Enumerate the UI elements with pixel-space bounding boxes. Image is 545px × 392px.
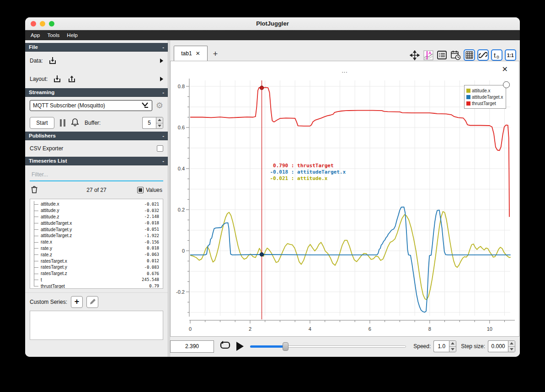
menu-app[interactable]: App [27,32,43,38]
timeseries-row[interactable]: attitude.y-0.032 [33,207,163,214]
series-line-attitudeTarget.x[interactable] [190,207,511,312]
timeseries-row[interactable]: rate.y0.018 [33,245,163,252]
timeseries-value: -0.156 [144,240,159,244]
legend-entry[interactable]: attitude.x [466,87,504,94]
csv-exporter-checkbox[interactable] [157,145,163,152]
tree-branch-icon [33,258,41,264]
play-button[interactable] [236,342,244,351]
svg-text:10: 10 [487,326,492,332]
tree-branch-icon [33,233,41,239]
timeseries-value: -0.063 [144,252,159,257]
timeline-slider[interactable] [250,342,406,351]
loop-icon[interactable] [219,340,231,352]
spin-down-button[interactable] [449,346,456,352]
streaming-source-select[interactable]: MQTT Subscriber (Mosquitto) [30,100,152,111]
values-checkbox[interactable] [137,187,144,193]
timeseries-row[interactable]: ratesTarget.y-0.083 [33,264,163,270]
legend[interactable]: attitude.xattitudeTarget.xthrustTarget [464,85,506,109]
load-layout-icon[interactable] [52,74,62,84]
load-data-icon[interactable] [48,56,58,66]
menu-help[interactable]: Help [63,32,81,38]
legend-entry[interactable]: attitudeTarget.x [466,94,504,100]
section-header-publishers[interactable]: Publishers - [25,132,168,140]
layout-label: Layout: [30,76,48,82]
datetime-scale-button[interactable] [450,49,461,61]
move-arrows-button[interactable] [409,49,420,61]
layout-menu-arrow-icon[interactable] [160,77,163,81]
slider-handle[interactable] [283,342,289,351]
save-layout-icon[interactable] [67,74,77,84]
series-line-attitude.x[interactable] [190,212,511,300]
timeseries-list[interactable]: attitude.x-0.021attitude.y-0.032attitude… [30,199,163,289]
timeseries-row[interactable]: rate.z-0.063 [33,251,163,258]
tree-branch-icon [33,251,41,258]
svg-text:0.8: 0.8 [178,84,185,89]
close-plot-icon[interactable]: ✕ [502,66,508,73]
timeseries-row[interactable]: attitudeTarget.y-0.051 [33,226,163,233]
legend-list-button[interactable] [436,49,448,61]
plot-area[interactable]: ... ✕ -0.200.20.40.60.80246810 0.790 : t… [170,61,519,337]
plot-title[interactable]: ... [171,68,519,74]
legend-series-name: attitudeTarget.x [472,95,503,100]
close-tab-icon[interactable]: ✕ [196,50,200,57]
legend-drag-handle-icon[interactable] [503,81,510,88]
tab-tab1[interactable]: tab1 ✕ [174,46,208,61]
menu-tools[interactable]: Tools [43,32,63,38]
timeseries-row[interactable]: attitudeTarget.x-0.018 [33,220,163,226]
timeseries-row[interactable]: t245.548 [33,277,163,283]
link-axes-button[interactable] [477,49,489,61]
plot-style-button[interactable]: A [422,49,434,61]
data-row: Data: [25,52,168,70]
pause-icon[interactable] [60,119,65,127]
timeseries-value: -1.922 [144,233,159,238]
svg-text:6: 6 [369,326,371,332]
bell-icon[interactable] [71,118,79,128]
add-custom-series-button[interactable]: + [71,296,83,308]
timeseries-name: ratesTarget.x [41,259,67,264]
legend-swatch [466,89,470,93]
timeseries-name: rate.y [41,246,52,251]
spin-down-button[interactable] [508,346,515,352]
custom-series-label: Custom Series: [30,299,67,305]
custom-series-list[interactable] [30,311,163,340]
spin-up-button[interactable] [508,341,515,346]
start-button[interactable]: Start [30,117,54,129]
edit-custom-series-button[interactable] [86,296,98,308]
add-tab-button[interactable]: + [208,47,223,61]
timeseries-name: attitudeTarget.z [41,233,72,238]
spin-up-button[interactable] [449,341,456,346]
timeseries-row[interactable]: thrustTarget0.79 [33,283,163,289]
step-size-label: Step size: [461,343,485,350]
time-offset-button[interactable]: t o [491,49,502,61]
app-window: PlotJuggler App Tools Help File - Data: … [25,17,520,357]
section-header-timeseries[interactable]: Timeseries List - [25,157,168,165]
svg-text:o: o [497,54,499,59]
spin-down-button[interactable] [156,123,163,129]
filter-input[interactable] [30,170,163,181]
ratio-1-1-button[interactable]: 1:1 [505,49,516,61]
timeseries-row[interactable]: ratesTarget.z0.676 [33,270,163,277]
tracker-dot [260,86,264,90]
timeseries-row[interactable]: attitude.x-0.021 [33,201,163,207]
timeseries-row[interactable]: attitudeTarget.z-1.922 [33,233,163,239]
section-header-file[interactable]: File - [25,43,168,52]
chevron-down-icon [141,101,149,110]
buffer-label: Buffer: [85,120,101,126]
gear-icon[interactable]: ⚙ [156,101,163,110]
timeseries-row[interactable]: attitude.z-2.148 [33,214,163,220]
timeseries-value: -2.148 [144,214,159,219]
speed-spinner[interactable]: 1.0 [433,340,456,352]
show-grid-button[interactable] [464,49,475,61]
data-menu-arrow-icon[interactable] [160,58,163,63]
timeseries-row[interactable]: ratesTarget.x0.012 [33,258,163,264]
legend-swatch [466,95,470,99]
timeseries-row[interactable]: rate.x-0.156 [33,239,163,245]
current-time-field[interactable]: 2.390 [170,340,214,353]
timeseries-value: -0.051 [144,227,159,232]
tracker-readout: -0.018 : attitudeTarget.x [270,169,346,175]
buffer-spinner[interactable]: 5 [142,117,163,129]
section-header-streaming[interactable]: Streaming - [25,88,168,97]
legend-entry[interactable]: thrustTarget [466,100,504,106]
spin-up-button[interactable] [156,117,163,123]
step-size-spinner[interactable]: 0.000 [488,340,515,352]
